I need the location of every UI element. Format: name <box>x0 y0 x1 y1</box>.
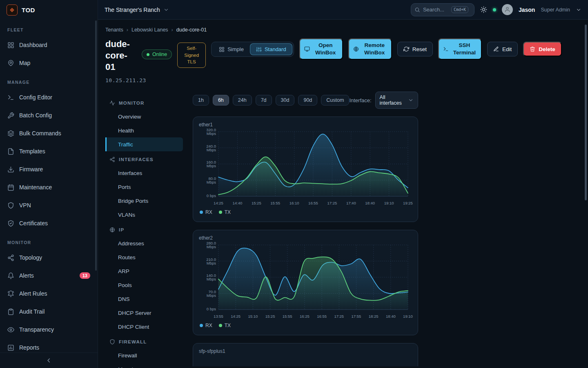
chevron-down-icon <box>408 97 414 103</box>
breadcrumb-separator: › <box>127 27 128 33</box>
open-winbox-button[interactable]: Open WinBox <box>299 38 343 60</box>
delete-button[interactable]: Delete <box>523 42 562 56</box>
sidebar-item-audit-trail[interactable]: Audit Trail <box>0 303 98 321</box>
subnav-item-mangle[interactable]: Mangle <box>105 362 183 368</box>
range-90d[interactable]: 90d <box>298 95 317 105</box>
subnav-item-pools[interactable]: Pools <box>105 278 183 292</box>
search-field[interactable] <box>423 7 448 13</box>
subnav-item-dhcp-client[interactable]: DHCP Client <box>105 320 183 334</box>
range-1h[interactable]: 1h <box>193 95 209 105</box>
user-name: Jason <box>519 7 535 13</box>
subnav-item-routes[interactable]: Routes <box>105 250 183 264</box>
interface-select[interactable]: All interfaces <box>375 92 418 109</box>
subnav-item-addresses[interactable]: Addresses <box>105 236 183 250</box>
breadcrumb-tenant-name[interactable]: Lebowski Lanes <box>131 27 168 33</box>
legend-tx: TX <box>219 323 231 328</box>
sidebar-item-map[interactable]: Map <box>0 54 98 72</box>
sliders-icon <box>256 47 262 52</box>
shield-icon <box>109 339 115 345</box>
subnav-item-traffic[interactable]: Traffic <box>105 137 183 151</box>
remote-winbox-button[interactable]: Remote WinBox <box>348 38 392 60</box>
sidebar-item-bulk-commands[interactable]: Bulk Commands <box>0 124 98 142</box>
online-dot-icon <box>147 53 149 56</box>
theme-toggle-sun-icon[interactable] <box>480 6 487 13</box>
grid-icon <box>7 42 14 49</box>
subnav-item-health[interactable]: Health <box>105 123 183 137</box>
svg-text:0 bps: 0 bps <box>207 193 216 198</box>
subnav-item-overview[interactable]: Overview <box>105 110 183 123</box>
file-icon <box>7 148 14 155</box>
range-30d[interactable]: 30d <box>276 95 295 105</box>
subnav-item-dhcp-server[interactable]: DHCP Server <box>105 306 183 320</box>
subnav-item-arp[interactable]: ARP <box>105 264 183 278</box>
globe-icon <box>353 46 359 52</box>
sidebar-item-maintenance[interactable]: Maintenance <box>0 178 98 196</box>
avatar[interactable] <box>502 4 513 15</box>
tx-dot-icon <box>219 211 222 214</box>
subnav-item-vlans[interactable]: VLANs <box>105 208 183 222</box>
reset-button[interactable]: Reset <box>397 42 433 56</box>
svg-text:17:55: 17:55 <box>352 314 361 319</box>
bell-ring-icon <box>7 290 14 297</box>
range-7d[interactable]: 7d <box>256 95 272 105</box>
tx-dot-icon <box>219 324 222 327</box>
range-custom[interactable]: Custom <box>321 95 349 105</box>
sidebar-collapse-button[interactable] <box>0 352 98 368</box>
search-input[interactable]: Cmd+K <box>411 3 474 16</box>
topology-icon <box>7 254 14 261</box>
sidebar-item-alert-rules[interactable]: Alert Rules <box>0 285 98 303</box>
rx-dot-icon <box>200 211 203 214</box>
edit-button[interactable]: Edit <box>487 42 518 56</box>
subnav-section-ip: IP <box>105 222 183 236</box>
subnav-item-ports[interactable]: Ports <box>105 180 183 194</box>
sidebar-item-certificates[interactable]: Certificates <box>0 214 98 232</box>
charts-toolbar: 1h 6h 24h 7d 30d 90d Custom Interface: A… <box>193 92 418 109</box>
user-menu-chevron-icon[interactable] <box>576 7 581 13</box>
subnav-item-firewall[interactable]: Firewall <box>105 348 183 362</box>
subnav-section-interfaces: INTERFACES <box>105 151 183 166</box>
subnav-item-interfaces[interactable]: Interfaces <box>105 166 183 180</box>
breadcrumb: Tenants › Lebowski Lanes › dude-core-01 <box>105 27 588 33</box>
svg-text:280.0Mbps: 280.0Mbps <box>206 242 216 249</box>
subnav-item-dns[interactable]: DNS <box>105 292 183 306</box>
sidebar-item-vpn[interactable]: VPN <box>0 196 98 214</box>
sidebar-item-firmware[interactable]: Firmware <box>0 160 98 178</box>
sidebar-item-config-editor[interactable]: Config Editor <box>0 88 98 106</box>
breadcrumb-tenants[interactable]: Tenants <box>105 27 123 33</box>
ssh-terminal-button[interactable]: SSH Terminal <box>438 38 482 60</box>
breadcrumb-separator: › <box>172 27 173 33</box>
tenant-switcher[interactable]: The Stranger's Ranch <box>105 7 169 13</box>
sidebar-item-templates[interactable]: Templates <box>0 142 98 160</box>
window-scrollbar-thumb[interactable] <box>585 25 587 200</box>
svg-text:15:25: 15:25 <box>265 314 275 319</box>
subnav-item-bridge-ports[interactable]: Bridge Ports <box>105 194 183 208</box>
range-6h[interactable]: 6h <box>213 95 229 105</box>
svg-text:70.0Mbps: 70.0Mbps <box>207 289 216 298</box>
svg-text:160.0Mbps: 160.0Mbps <box>206 160 216 168</box>
chevron-down-icon <box>163 7 169 13</box>
chart-legend: RXTX <box>199 323 412 328</box>
sidebar-item-topology[interactable]: Topology <box>0 249 98 267</box>
tls-warning-badge: Self-Signed TLS <box>177 43 206 68</box>
sidebar-item-batch-config[interactable]: Batch Config <box>0 106 98 124</box>
device-header: dude-core-01 10.25.211.23 Online Self-Si… <box>105 38 588 87</box>
range-24h[interactable]: 24h <box>233 95 252 105</box>
svg-text:17:25: 17:25 <box>334 314 344 319</box>
grid-icon <box>219 47 225 52</box>
app-name: TOD <box>22 7 35 13</box>
svg-text:240.0Mbps: 240.0Mbps <box>206 144 216 152</box>
sidebar-item-alerts[interactable]: Alerts 13 <box>0 267 98 285</box>
app-logo[interactable]: TOD <box>0 0 98 20</box>
sidebar-item-transparency[interactable]: Transparency <box>0 321 98 339</box>
sidebar-scrollbar[interactable] <box>95 20 97 271</box>
nav-label: Audit Trail <box>19 308 45 315</box>
chart-interface-name: ether2 <box>199 235 412 241</box>
view-toggle-standard[interactable]: Standard <box>250 43 292 55</box>
view-toggle-simple[interactable]: Simple <box>213 43 250 55</box>
nav-label: VPN <box>19 202 31 209</box>
nav-label: Topology <box>19 254 42 261</box>
svg-text:16:10: 16:10 <box>290 201 299 205</box>
nav-label: Bulk Commands <box>19 130 61 137</box>
layers-icon <box>7 130 14 137</box>
sidebar-item-dashboard[interactable]: Dashboard <box>0 36 98 54</box>
